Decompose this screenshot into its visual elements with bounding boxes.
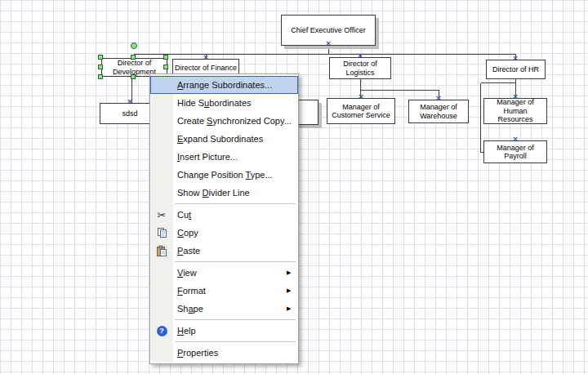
menu-item-label: Show Divider Line: [173, 188, 287, 198]
menu-item-label: Properties: [173, 348, 287, 358]
menu-item-label: Arrange Subordinates...: [173, 80, 287, 90]
menu-separator: [175, 203, 296, 204]
menu-item-copy[interactable]: Copy: [150, 224, 298, 242]
menu-item-cut[interactable]: ✂ Cut: [150, 206, 298, 224]
connection-point-icon: ×: [512, 136, 519, 142]
menu-separator: [175, 319, 296, 320]
connection-point-icon: ×: [358, 93, 364, 100]
menu-item-insert-picture[interactable]: Insert Picture...: [150, 148, 298, 166]
submenu-arrow-icon: ▶: [287, 305, 298, 312]
submenu-arrow-icon: ▶: [287, 287, 298, 294]
org-box-label: Manager of Warehouse: [410, 103, 467, 120]
selection-handle[interactable]: [163, 55, 168, 60]
connection-point-icon: ×: [325, 40, 332, 47]
menu-item-label: Shape: [173, 304, 287, 314]
connection-point-icon: ×: [127, 98, 133, 105]
rotation-handle[interactable]: [131, 42, 137, 49]
org-box-label: Director of Logistics: [331, 60, 390, 77]
org-box-director-of-hr[interactable]: Director of HR: [486, 60, 546, 79]
menu-item-label: Format: [173, 286, 287, 296]
connector-line: [361, 79, 439, 100]
menu-item-label: Create Synchronized Copy...: [173, 116, 292, 126]
connection-point-icon: ×: [435, 95, 442, 101]
org-box-manager-of-payroll[interactable]: Manager of Payroll: [483, 140, 547, 163]
org-box-label: Manager of Payroll: [485, 144, 546, 161]
org-box-label: sdsd: [122, 109, 137, 118]
menu-item-label: View: [173, 268, 287, 278]
selection-handle[interactable]: [98, 55, 103, 60]
menu-item-label: Expand Subordinates: [173, 134, 287, 144]
menu-separator: [175, 261, 296, 262]
org-box-label: Director of Finance: [175, 64, 237, 72]
selection-handle[interactable]: [163, 65, 168, 69]
menu-item-properties[interactable]: Properties: [150, 344, 298, 362]
connection-point-icon: ×: [512, 93, 519, 100]
menu-item-paste[interactable]: Paste: [150, 242, 298, 260]
connection-point-icon: ×: [357, 52, 363, 59]
connection-point-icon: ×: [512, 55, 519, 61]
menu-item-label: Hide Subordinates: [173, 98, 287, 108]
org-box-label: Chief Executive Officer: [291, 26, 365, 34]
menu-item-label: Help: [173, 326, 287, 336]
menu-item-change-position-type[interactable]: Change Position Type...: [150, 166, 298, 184]
context-menu: Arrange Subordinates... Hide Subordinate…: [149, 73, 299, 364]
org-box-label: Manager of Customer Service: [328, 103, 394, 120]
org-box-manager-of-warehouse[interactable]: Manager of Warehouse: [408, 100, 469, 123]
org-box-label: Manager of Human Resources: [485, 98, 546, 123]
org-box-manager-of-customer-service[interactable]: Manager of Customer Service: [327, 98, 395, 124]
menu-item-label: Cut: [173, 210, 287, 220]
menu-item-shape[interactable]: Shape ▶: [150, 300, 298, 318]
menu-item-label: Copy: [173, 228, 287, 238]
org-box-director-of-logistics[interactable]: Director of Logistics: [329, 57, 391, 79]
menu-item-arrange-subordinates[interactable]: Arrange Subordinates...: [150, 76, 298, 94]
menu-item-label: Paste: [173, 246, 287, 256]
menu-item-create-synchronized-copy[interactable]: Create Synchronized Copy...: [150, 112, 298, 130]
menu-item-help[interactable]: ? Help: [150, 322, 298, 340]
help-icon: ?: [157, 326, 167, 336]
menu-separator: [175, 341, 296, 342]
selection-handle[interactable]: [98, 74, 103, 79]
menu-item-label: Change Position Type...: [173, 170, 287, 180]
menu-item-expand-subordinates[interactable]: Expand Subordinates: [150, 130, 298, 148]
selection-handle[interactable]: [131, 55, 136, 60]
paste-icon: [156, 245, 167, 256]
org-box-manager-of-human-resources[interactable]: Manager of Human Resources: [483, 98, 547, 124]
menu-item-format[interactable]: Format ▶: [150, 282, 298, 300]
org-box-label: Director of HR: [492, 65, 539, 73]
selection-handle[interactable]: [98, 65, 103, 69]
menu-item-label: Insert Picture...: [173, 152, 287, 162]
menu-item-hide-subordinates[interactable]: Hide Subordinates: [150, 94, 298, 112]
drawing-canvas[interactable]: Chief Executive Officer Director of Deve…: [0, 0, 588, 374]
scissors-icon: ✂: [158, 209, 167, 221]
connection-point-icon: ×: [203, 54, 209, 60]
submenu-arrow-icon: ▶: [287, 269, 298, 276]
selection-handle[interactable]: [131, 74, 136, 79]
menu-item-show-divider-line[interactable]: Show Divider Line: [150, 184, 298, 202]
copy-icon: [156, 227, 167, 238]
menu-item-view[interactable]: View ▶: [150, 264, 298, 282]
